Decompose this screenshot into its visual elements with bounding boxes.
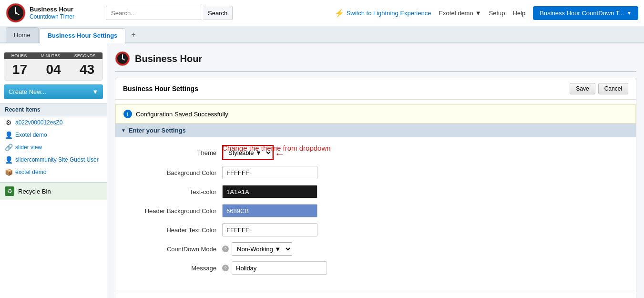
success-text: Configuration Saved Successfully [136, 111, 228, 118]
tab-business-hour-settings[interactable]: Business Hour Settings [40, 28, 126, 43]
message-row: Message ? [127, 261, 624, 275]
countdown-mode-select[interactable]: Non-Working ▼ Working [232, 242, 292, 256]
hours-label: Hours [8, 52, 31, 59]
countdown-mode-label: CountDown Mode [127, 246, 222, 253]
recent-item-1-link[interactable]: a022v000012esZ0 [15, 119, 62, 126]
recent-item-2-icon: 👤 [5, 131, 12, 139]
app-btn-label: Business Hour CountDown T... [540, 10, 624, 17]
help-link[interactable]: Help [513, 10, 526, 17]
create-new-label: Create New... [9, 88, 46, 95]
exotel-demo-label: Exotel demo [439, 10, 473, 17]
settings-section-header[interactable]: ▼ Enter your Settings [115, 123, 636, 137]
tab-add-button[interactable]: + [126, 27, 140, 42]
annotation-arrow-icon: ← [275, 148, 285, 160]
exotel-demo-menu[interactable]: Exotel demo ▼ [439, 10, 481, 17]
top-save-button[interactable]: Save [570, 83, 595, 94]
recent-item-1[interactable]: ⚙ a022v000012esZ0 [0, 116, 107, 129]
text-color-label: Text-color [127, 188, 222, 195]
recent-item-4-icon: 👤 [5, 156, 12, 164]
bg-color-label: Background Color [127, 169, 222, 176]
form-section: Business Hour Settings Save Cancel i Con… [115, 78, 636, 298]
minutes-label: Minutes [37, 52, 64, 59]
text-color-row: Text-color [127, 185, 624, 198]
logo-line2: Countdown Timer [30, 13, 74, 20]
search-area: Search [106, 6, 233, 20]
text-color-input[interactable] [222, 185, 317, 198]
recycle-bin-icon: ♻ [5, 186, 14, 196]
recycle-bin[interactable]: ♻ Recycle Bin [0, 182, 107, 200]
countdown-header: Hours Minutes Seconds [4, 52, 102, 59]
lightning-icon: ⚡ [335, 9, 344, 18]
recent-item-2[interactable]: 👤 Exotel demo [0, 129, 107, 141]
header-text-color-row: Header Text Color [127, 223, 624, 236]
recent-item-3-link[interactable]: slider view [15, 144, 42, 151]
logo-area: Business Hour Countdown Timer [6, 3, 101, 23]
sidebar: Hours Minutes Seconds 17 04 43 Create Ne… [0, 43, 107, 298]
exotel-chevron-icon: ▼ [475, 10, 481, 17]
recent-item-5[interactable]: 📦 exotel demo [0, 166, 107, 178]
form-body: Theme Styleable ▼ Default Custom Change … [115, 137, 636, 288]
search-input[interactable] [106, 6, 201, 20]
recycle-bin-label: Recycle Bin [18, 188, 51, 195]
recent-item-5-link[interactable]: exotel demo [15, 169, 46, 175]
message-label: Message [127, 265, 222, 272]
theme-label: Theme [127, 149, 222, 156]
lightning-label: Switch to Lightning Experience [347, 10, 431, 17]
header-bg-color-input[interactable] [222, 204, 317, 217]
form-section-header: Business Hour Settings Save Cancel [115, 78, 636, 100]
message-input[interactable] [232, 261, 327, 275]
svg-point-9 [122, 58, 123, 60]
app-switcher-button[interactable]: Business Hour CountDown T... ▼ [533, 6, 638, 20]
page-header: Business Hour [115, 51, 636, 72]
recent-item-5-icon: 📦 [5, 168, 12, 176]
countdown-widget: Hours Minutes Seconds 17 04 43 [4, 52, 103, 81]
recent-item-1-icon: ⚙ [5, 119, 12, 126]
settings-chevron-icon: ▼ [121, 128, 126, 133]
top-nav: Business Hour Countdown Timer Search ⚡ S… [0, 0, 644, 26]
header-text-color-label: Header Text Color [127, 226, 222, 234]
settings-section: ▼ Enter your Settings Theme Styleable ▼ … [115, 123, 636, 298]
create-new-button[interactable]: Create New... ▼ [4, 84, 103, 99]
top-cancel-button[interactable]: Cancel [598, 83, 628, 94]
countdown-help-icon[interactable]: ? [222, 246, 229, 252]
message-help-icon[interactable]: ? [222, 265, 229, 271]
app-logo-icon [6, 3, 26, 23]
countdown-mode-group: ? Non-Working ▼ Working [222, 242, 292, 256]
success-message: i Configuration Saved Successfully [115, 104, 636, 123]
recent-item-4-link[interactable]: slidercommunity Site Guest User [15, 156, 99, 163]
recent-item-3-icon: 🔗 [5, 144, 12, 151]
message-group: ? [222, 261, 327, 275]
tab-home[interactable]: Home [6, 27, 39, 42]
recent-items-title: Recent Items [0, 103, 107, 116]
logo-text: Business Hour Countdown Timer [30, 6, 74, 20]
theme-select[interactable]: Styleable ▼ Default Custom [223, 146, 273, 159]
recent-item-2-link[interactable]: Exotel demo [15, 132, 47, 138]
top-form-actions: Save Cancel [570, 83, 628, 94]
countdown-values: 17 04 43 [4, 59, 102, 80]
lightning-experience-button[interactable]: ⚡ Switch to Lightning Experience [335, 9, 431, 18]
create-new-chevron-icon: ▼ [92, 88, 98, 95]
content-area: Business Hour Business Hour Settings Sav… [107, 43, 644, 298]
header-bg-color-label: Header Background Color [127, 207, 222, 215]
settings-header-label: Enter your Settings [129, 127, 186, 134]
app-btn-chevron-icon: ▼ [627, 10, 632, 16]
info-icon: i [123, 110, 132, 118]
bottom-form-actions: Save Cancel [115, 293, 636, 298]
bg-color-row: Background Color [127, 166, 624, 179]
recent-item-4[interactable]: 👤 slidercommunity Site Guest User [0, 154, 107, 166]
setup-link[interactable]: Setup [489, 10, 505, 17]
logo-line1: Business Hour [30, 6, 74, 13]
page-title: Business Hour [135, 53, 202, 64]
header-text-color-input[interactable] [222, 223, 317, 236]
search-button[interactable]: Search [203, 6, 233, 20]
svg-point-4 [15, 12, 17, 14]
page-icon [115, 51, 130, 66]
bg-color-input[interactable] [222, 166, 317, 179]
form-section-title: Business Hour Settings [123, 85, 198, 92]
header-bg-color-row: Header Background Color [127, 204, 624, 217]
hours-value: 17 [12, 63, 27, 76]
recent-item-3[interactable]: 🔗 slider view [0, 141, 107, 154]
nav-actions: ⚡ Switch to Lightning Experience Exotel … [335, 6, 638, 20]
seconds-value: 43 [80, 63, 94, 76]
countdown-mode-row: CountDown Mode ? Non-Working ▼ Working [127, 242, 624, 256]
